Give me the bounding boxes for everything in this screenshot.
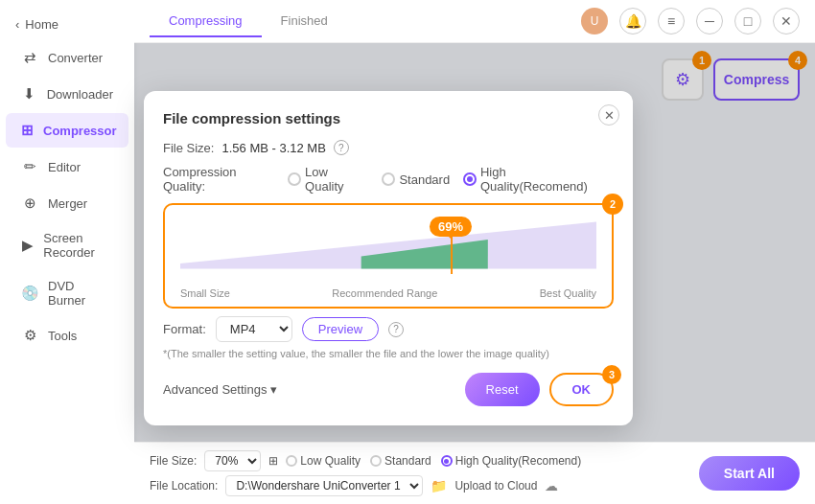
bottom-upload-cloud-label: Upload to Cloud: [454, 479, 537, 493]
format-label: Format:: [163, 322, 206, 336]
compression-quality-label: Compression Quality:: [163, 165, 280, 194]
quality-high[interactable]: High Quality(Recomend): [463, 165, 614, 194]
bottom-file-location-select[interactable]: D:\Wondershare UniConverter 1: [225, 475, 423, 496]
chevron-down-icon: ▾: [270, 382, 277, 397]
modal-footer: Advanced Settings ▾ Reset OK 3: [163, 373, 614, 406]
file-size-value: 1.56 MB - 3.12 MB: [221, 141, 325, 155]
bottom-file-size-row: File Size: 70% 50% 80% ⊞ Low Quality Sta…: [150, 450, 581, 471]
notification-icon[interactable]: 🔔: [619, 8, 646, 34]
topbar-icons: U 🔔 ≡ ─ □ ✕: [581, 8, 800, 34]
format-help-icon[interactable]: ?: [388, 322, 404, 337]
editor-icon: ✏: [21, 158, 38, 175]
sidebar-item-editor[interactable]: ✏ Editor: [6, 149, 128, 184]
ok-button[interactable]: OK 3: [549, 373, 615, 406]
tools-icon: ⚙: [21, 327, 38, 344]
close-icon[interactable]: ✕: [773, 8, 800, 34]
dvd-burner-icon: 💿: [21, 285, 38, 302]
quality-standard-radio[interactable]: [382, 172, 395, 186]
cloud-icon[interactable]: ☁: [545, 478, 558, 493]
screen-recorder-icon: ▶: [21, 237, 34, 254]
percentage-bubble: 69%: [430, 217, 472, 237]
modal-close-button[interactable]: ✕: [598, 104, 619, 126]
topbar-tabs: Compressing Finished: [150, 6, 347, 37]
small-size-label: Small Size: [180, 287, 230, 299]
sidebar: ‹ Home ⇄ Converter ⬇ Downloader ⊞ Compre…: [0, 0, 134, 504]
merger-icon: ⊕: [21, 195, 38, 212]
sidebar-item-label: Tools: [48, 329, 77, 343]
best-quality-label: Best Quality: [540, 287, 596, 299]
sidebar-item-screen-recorder[interactable]: ▶ Screen Recorder: [6, 222, 128, 268]
chart-area: 69%: [180, 217, 596, 284]
maximize-icon[interactable]: □: [734, 8, 761, 34]
sidebar-item-compressor[interactable]: ⊞ Compressor: [6, 113, 128, 148]
file-compression-modal: File compression settings ✕ File Size: 1…: [144, 91, 633, 425]
minimize-icon[interactable]: ─: [696, 8, 723, 34]
bottom-quality-standard[interactable]: Standard: [370, 454, 431, 468]
tab-compressing[interactable]: Compressing: [150, 6, 262, 37]
bottom-file-location-label: File Location:: [150, 479, 218, 493]
step-2-badge: 2: [602, 194, 623, 215]
quality-options: Low Quality Standard High Quality(Recome…: [288, 165, 614, 194]
sidebar-item-downloader[interactable]: ⬇ Downloader: [6, 77, 128, 111]
sidebar-item-dvd-burner[interactable]: 💿 DVD Burner: [6, 270, 128, 316]
modal-title: File compression settings: [163, 110, 614, 126]
sidebar-item-label: Converter: [48, 51, 103, 65]
recommended-label: Recommended Range: [332, 287, 437, 299]
chart-labels: Small Size Recommended Range Best Qualit…: [180, 287, 596, 299]
sidebar-item-label: Editor: [48, 160, 81, 174]
sidebar-item-label: Merger: [48, 196, 87, 211]
chevron-left-icon: ‹: [15, 17, 19, 32]
sidebar-item-label: Compressor: [43, 124, 117, 138]
bottom-bar-left: File Size: 70% 50% 80% ⊞ Low Quality Sta…: [150, 450, 581, 496]
menu-icon[interactable]: ≡: [658, 8, 685, 34]
sidebar-item-tools[interactable]: ⚙ Tools: [6, 318, 128, 353]
sidebar-item-merger[interactable]: ⊕ Merger: [6, 186, 128, 220]
step-3-badge: 3: [602, 365, 621, 384]
main-area: Compressing Finished U 🔔 ≡ ─ □ ✕ ⚙ 1 Com…: [134, 0, 815, 504]
tab-finished[interactable]: Finished: [262, 6, 347, 37]
topbar: Compressing Finished U 🔔 ≡ ─ □ ✕: [134, 0, 815, 43]
user-avatar[interactable]: U: [581, 8, 608, 34]
quality-icon: ⊞: [268, 454, 278, 468]
file-size-row: File Size: 1.56 MB - 3.12 MB ?: [163, 140, 614, 155]
file-size-help-icon[interactable]: ?: [334, 140, 349, 155]
file-size-label: File Size:: [163, 141, 214, 155]
bottom-quality-low[interactable]: Low Quality: [286, 454, 361, 468]
compression-note: *(The smaller the setting value, the sma…: [163, 348, 614, 359]
quality-high-radio[interactable]: [463, 172, 477, 186]
downloader-icon: ⬇: [21, 85, 37, 103]
bottom-file-size-select[interactable]: 70% 50% 80%: [204, 450, 261, 471]
folder-icon[interactable]: 📁: [431, 478, 447, 493]
bottom-bar: File Size: 70% 50% 80% ⊞ Low Quality Sta…: [134, 442, 815, 504]
quality-low-radio[interactable]: [288, 172, 301, 186]
bottom-file-size-label: File Size:: [150, 454, 197, 468]
sidebar-back-button[interactable]: ‹ Home: [0, 10, 134, 39]
chart-svg: [180, 217, 596, 274]
sidebar-back-label: Home: [25, 17, 58, 32]
format-row: Format: MP4 MOV AVI Preview ?: [163, 316, 614, 342]
compression-chart: 2 69% Small Size: [163, 203, 614, 309]
modal-overlay: File compression settings ✕ File Size: 1…: [134, 43, 815, 442]
advanced-settings-link[interactable]: Advanced Settings ▾: [163, 382, 277, 397]
sidebar-item-label: DVD Burner: [48, 279, 113, 308]
compressor-icon: ⊞: [21, 122, 34, 139]
compression-quality-row: Compression Quality: Low Quality Standar…: [163, 165, 614, 194]
bottom-file-location-row: File Location: D:\Wondershare UniConvert…: [150, 475, 581, 496]
footer-buttons: Reset OK 3: [465, 373, 614, 406]
content-area: ⚙ 1 Compress 4 File compression settings…: [134, 43, 815, 442]
bottom-quality-options: Low Quality Standard High Quality(Recome…: [286, 454, 581, 468]
preview-button[interactable]: Preview: [302, 317, 379, 341]
bottom-quality-standard-radio[interactable]: [370, 455, 382, 467]
converter-icon: ⇄: [21, 49, 38, 66]
sidebar-item-label: Downloader: [47, 87, 113, 102]
bottom-quality-low-radio[interactable]: [286, 455, 297, 467]
bottom-quality-high-radio[interactable]: [441, 455, 453, 467]
sidebar-item-converter[interactable]: ⇄ Converter: [6, 40, 128, 75]
quality-low[interactable]: Low Quality: [288, 165, 368, 194]
start-all-button[interactable]: Start All: [699, 456, 800, 491]
bottom-quality-high[interactable]: High Quality(Recomend): [441, 454, 581, 468]
reset-button[interactable]: Reset: [465, 373, 540, 406]
format-select[interactable]: MP4 MOV AVI: [216, 316, 292, 342]
quality-standard[interactable]: Standard: [382, 172, 450, 187]
sidebar-item-label: Screen Recorder: [43, 231, 113, 260]
